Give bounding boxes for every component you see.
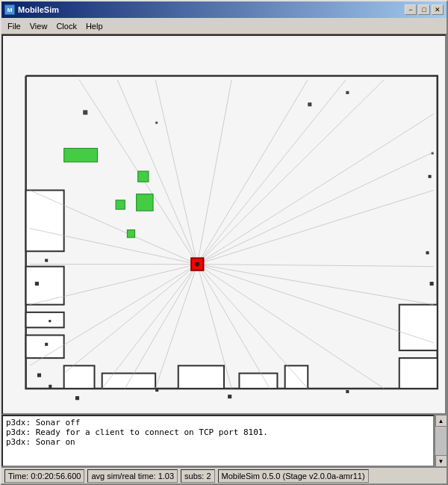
- log-container: p3dx: Sonar off p3dx: Ready for a client…: [1, 415, 447, 467]
- status-bar: Time: 0:0:20:56.600 avg sim/real time: 1…: [1, 467, 447, 484]
- log-scrollbar: ▲ ▼: [435, 415, 447, 467]
- scroll-track[interactable]: [435, 427, 447, 455]
- status-version: MobileSim 0.5.0 (Stage v2.0.0a-amr11): [218, 469, 369, 483]
- svg-rect-1: [26, 336, 64, 359]
- svg-rect-12: [83, 110, 87, 114]
- svg-rect-60: [127, 230, 134, 238]
- svg-rect-6: [102, 374, 155, 389]
- title-bar: M MobileSim − □ ✕: [1, 1, 447, 18]
- svg-rect-22: [75, 396, 79, 400]
- svg-rect-14: [346, 91, 349, 94]
- log-line-2: p3dx: Ready for a client to connect on T…: [6, 427, 430, 437]
- svg-rect-21: [49, 385, 52, 388]
- svg-rect-8: [239, 374, 277, 389]
- status-time: Time: 0:0:20:56.600: [4, 469, 84, 483]
- svg-rect-25: [346, 390, 349, 393]
- scroll-up-button[interactable]: ▲: [435, 415, 447, 427]
- svg-rect-58: [116, 200, 125, 209]
- maximize-button[interactable]: □: [418, 4, 430, 15]
- svg-rect-16: [45, 259, 48, 262]
- menu-view[interactable]: View: [25, 20, 52, 32]
- menu-bar: File View Clock Help: [1, 18, 447, 34]
- status-sim-real: avg sim/real time: 1.03: [87, 469, 178, 483]
- svg-rect-2: [26, 312, 64, 327]
- svg-rect-13: [308, 102, 311, 106]
- status-subs: subs: 2: [181, 469, 214, 483]
- svg-rect-57: [138, 171, 149, 182]
- main-window: M MobileSim − □ ✕ File View Clock Help: [0, 0, 448, 485]
- map-svg: [3, 36, 445, 413]
- log-text-area: p3dx: Sonar off p3dx: Ready for a client…: [1, 415, 435, 467]
- log-line-3: p3dx: Sonar on: [6, 437, 430, 447]
- scroll-down-button[interactable]: ▼: [435, 455, 447, 467]
- title-bar-controls: − □ ✕: [405, 4, 444, 15]
- svg-rect-0: [3, 37, 445, 411]
- simulation-area: [1, 34, 447, 415]
- window-title: MobileSim: [18, 5, 59, 14]
- app-icon: M: [4, 4, 15, 15]
- svg-rect-3: [26, 267, 64, 305]
- svg-rect-17: [35, 282, 39, 285]
- svg-rect-23: [155, 389, 158, 392]
- svg-rect-56: [64, 148, 98, 161]
- svg-rect-27: [430, 282, 434, 285]
- menu-clock[interactable]: Clock: [52, 20, 81, 32]
- svg-rect-59: [137, 194, 153, 211]
- svg-rect-26: [426, 251, 429, 254]
- log-line-1: p3dx: Sonar off: [6, 418, 430, 427]
- svg-rect-18: [49, 320, 51, 322]
- minimize-button[interactable]: −: [405, 4, 417, 15]
- menu-file[interactable]: File: [3, 20, 25, 32]
- svg-rect-20: [37, 374, 41, 377]
- svg-rect-7: [178, 365, 224, 389]
- menu-help[interactable]: Help: [81, 20, 108, 32]
- title-bar-text: M MobileSim: [4, 4, 59, 15]
- svg-rect-24: [228, 395, 231, 398]
- svg-rect-19: [45, 343, 48, 346]
- svg-rect-5: [64, 365, 95, 389]
- svg-rect-11: [399, 358, 438, 389]
- svg-rect-4: [26, 191, 64, 252]
- close-button[interactable]: ✕: [432, 4, 444, 15]
- svg-rect-28: [429, 175, 432, 178]
- svg-rect-15: [155, 122, 158, 124]
- svg-point-62: [195, 262, 199, 267]
- svg-rect-10: [399, 305, 438, 350]
